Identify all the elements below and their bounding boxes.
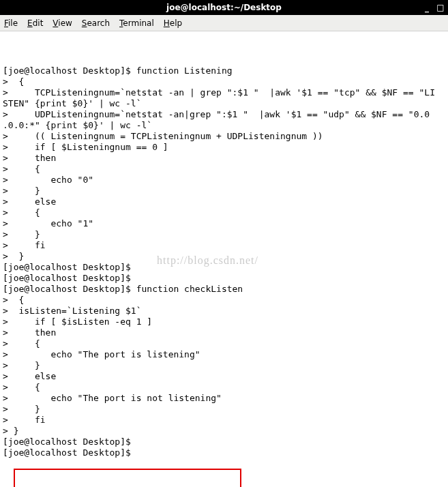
terminal-line: > (( Listeningnum = TCPListeningnum + UD…	[3, 131, 445, 142]
terminal-area[interactable]: http://blog.csdn.net/ [joe@localhost Des…	[0, 31, 448, 487]
terminal-line: > echo "The port is not listening"	[3, 393, 445, 404]
menu-view[interactable]: View	[53, 18, 72, 28]
terminal-output: [joe@localhost Desktop]$ function Listen…	[3, 65, 445, 458]
menu-search[interactable]: Search	[82, 18, 110, 28]
terminal-line: [joe@localhost Desktop]$	[3, 447, 445, 458]
terminal-line: > {	[3, 338, 445, 349]
terminal-line: > }	[3, 186, 445, 196]
terminal-line: [joe@localhost Desktop]$	[3, 273, 445, 284]
maximize-button[interactable]: □	[434, 2, 447, 13]
window-title: joe@localhost:~/Desktop	[166, 3, 282, 12]
terminal-line: > TCPListeningnum=`netstat -an | grep ":…	[3, 87, 445, 98]
terminal-line: [joe@localhost Desktop]$ function Listen…	[3, 65, 445, 76]
terminal-line: > echo "1"	[3, 218, 445, 229]
terminal-line: > else	[3, 371, 445, 382]
terminal-line: STEN" {print $0}' | wc -l`	[3, 98, 445, 109]
terminal-line: > then	[3, 153, 445, 164]
terminal-line: > }	[3, 360, 445, 371]
terminal-line: > if [ $isListen -eq 1 ]	[3, 316, 445, 327]
terminal-line: > {	[3, 382, 445, 393]
terminal-line: > }	[3, 426, 445, 437]
terminal-line: > }	[3, 404, 445, 415]
terminal-line: [joe@localhost Desktop]$	[3, 262, 445, 273]
terminal-line: > if [ $Listeningnum == 0 ]	[3, 142, 445, 153]
menubar: File Edit View Search Terminal Help	[0, 15, 448, 31]
highlighted-output: [joe@localhost Desktop]$ checkListen 808…	[14, 469, 242, 487]
terminal-line: [joe@localhost Desktop]$ function checkL…	[3, 284, 445, 295]
terminal-line: > {	[3, 76, 445, 87]
terminal-line: > UDPListeningnum=`netstat -an|grep ":$1…	[3, 109, 445, 120]
terminal-line: > else	[3, 196, 445, 207]
terminal-line: > fi	[3, 415, 445, 426]
terminal-line: > isListen=`Listening $1`	[3, 306, 445, 316]
titlebar-controls: _ □	[421, 2, 447, 13]
terminal-line: > }	[3, 251, 445, 262]
terminal-line: > {	[3, 164, 445, 175]
terminal-line: > fi	[3, 240, 445, 251]
terminal-line: > then	[3, 327, 445, 338]
terminal-line: > {	[3, 295, 445, 306]
menu-help[interactable]: Help	[164, 18, 182, 28]
terminal-line: > {	[3, 207, 445, 218]
terminal-line: [joe@localhost Desktop]$	[3, 437, 445, 447]
terminal-line: > echo "The port is listening"	[3, 349, 445, 360]
menu-file[interactable]: File	[4, 18, 18, 28]
terminal-line: .0.0:*" {print $0}' | wc -l`	[3, 120, 445, 131]
terminal-line: > }	[3, 229, 445, 240]
minimize-button[interactable]: _	[421, 2, 433, 13]
menu-edit[interactable]: Edit	[27, 18, 43, 28]
titlebar: joe@localhost:~/Desktop _ □	[0, 0, 448, 15]
menu-terminal[interactable]: Terminal	[119, 18, 154, 28]
terminal-line: > echo "0"	[3, 175, 445, 186]
